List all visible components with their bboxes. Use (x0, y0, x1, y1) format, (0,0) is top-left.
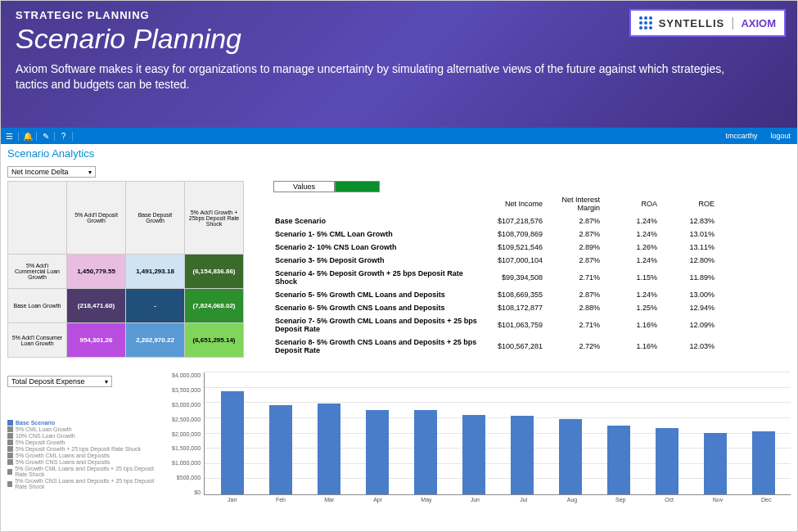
heatmap-grid: 5% Add'l Deposit GrowthBase Deposit Grow… (7, 181, 244, 358)
legend-item[interactable]: 5% Deposit Growth + 25 bps Deposit Rate … (7, 446, 167, 452)
scenario-table: Net IncomeNet Interest MarginROAROEBase … (267, 192, 723, 358)
scenario-col-header: Net Interest Margin (551, 194, 606, 214)
scenario-col-header: Net Income (491, 194, 549, 214)
heatmap-cell[interactable]: (6,154,836.86) (185, 255, 244, 289)
bar[interactable] (546, 419, 594, 494)
menu-icon[interactable]: ☰ (1, 132, 19, 141)
chart-legend: Base Scenario5% CML Loan Growth10% CNS L… (7, 387, 167, 489)
logo-axiom: AXIOM (741, 17, 776, 29)
x-tick: Dec (742, 495, 791, 503)
bar[interactable] (304, 404, 353, 494)
heatmap-cell[interactable]: (6,651,295.14) (185, 323, 244, 358)
bar-chart: $4,000,000$3,500,000$3,000,000$2,500,000… (172, 372, 791, 503)
bar[interactable] (642, 428, 691, 494)
legend-item[interactable]: Base Scenario (7, 420, 167, 426)
syntellis-icon (639, 16, 652, 29)
values-swatch (335, 181, 380, 192)
scenario-col-header: ROE (665, 194, 721, 214)
x-tick: Nov (693, 495, 742, 503)
heatmap-cell[interactable]: 954,301.26 (67, 323, 126, 358)
values-legend: Values (273, 181, 791, 192)
y-axis: $4,000,000$3,500,000$3,000,000$2,500,000… (172, 372, 204, 495)
banner-description: Axiom Software makes it easy for organiz… (16, 61, 728, 92)
x-axis: JanFebMarAprMayJunJulAugSepOctNovDec (208, 495, 791, 503)
chart-plot-area (204, 372, 791, 495)
user-label[interactable]: tmccarthy (719, 132, 764, 140)
legend-item[interactable]: 5% Growth CNS Loans and Deposits + 25 bp… (7, 478, 167, 489)
heatmap-cell[interactable]: 1,450,779.55 (67, 255, 126, 289)
x-tick: Mar (305, 495, 354, 503)
scenario-row[interactable]: Scenario 5- 5% Growth CML Loans and Depo… (268, 289, 721, 300)
scenario-row[interactable]: Scenario 8- 5% Growth CNS Loans and Depo… (268, 336, 721, 356)
bar[interactable] (691, 433, 739, 494)
bar[interactable] (739, 431, 787, 494)
heatmap-col-header: Base Deposit Growth (126, 182, 185, 255)
scenario-row[interactable]: Scenario 7- 5% Growth CML Loans and Depo… (268, 315, 721, 335)
scenario-row[interactable]: Base Scenario$107,218,5762.87%1.24%12.83… (268, 215, 721, 227)
logo-syntellis: SYNTELLIS (659, 17, 725, 29)
legend-item[interactable]: 5% Growth CML Loans and Deposits (7, 453, 167, 458)
bar[interactable] (208, 391, 256, 494)
wand-icon[interactable]: ✎ (37, 132, 55, 141)
legend-item[interactable]: 10% CNS Loan Growth (7, 433, 167, 439)
x-tick: Feb (256, 495, 304, 503)
brand-logo: SYNTELLIS | AXIOM (629, 9, 786, 37)
bell-icon[interactable]: 🔔 (19, 132, 37, 141)
heatmap-cell[interactable]: - (126, 289, 185, 323)
scenario-col-header (268, 194, 489, 214)
scenario-row[interactable]: Scenario 1- 5% CML Loan Growth$108,709,8… (268, 228, 721, 240)
app-toolbar: ☰ 🔔 ✎ ? tmccarthy logout (1, 128, 797, 144)
x-tick: Sep (597, 495, 645, 503)
scenario-col-header: ROA (608, 194, 664, 214)
metric-selector[interactable]: Net Income Delta (7, 166, 96, 178)
scenario-row[interactable]: Scenario 6- 5% Growth CNS Loans and Depo… (268, 302, 721, 313)
chart-metric-selector[interactable]: Total Deposit Expense (7, 376, 112, 387)
legend-item[interactable]: 5% Deposit Growth (7, 440, 167, 445)
heatmap-cell[interactable]: (218,471.60) (67, 289, 126, 323)
help-icon[interactable]: ? (55, 132, 73, 141)
heatmap-row-header: 5% Add'l Commercial Loan Growth (8, 255, 67, 289)
bar[interactable] (594, 426, 642, 494)
x-tick: Aug (548, 495, 596, 503)
heatmap-row-header: Base Loan Growth (8, 289, 67, 323)
x-tick: Oct (645, 495, 693, 503)
heatmap-col-header: 5% Add'l Growth + 25bps Deposit Rate Sho… (185, 182, 244, 255)
hero-banner: STRATEGIC PLANNING Scenario Planning Axi… (1, 1, 797, 128)
logout-link[interactable]: logout (764, 132, 797, 140)
bar[interactable] (449, 415, 498, 495)
legend-item[interactable]: 5% Growth CML Loans and Deposits + 25 bp… (7, 466, 167, 477)
heatmap-cell[interactable]: 1,491,293.18 (126, 255, 185, 289)
heatmap-col-header: 5% Add'l Deposit Growth (67, 182, 126, 255)
bar[interactable] (401, 410, 449, 494)
scenario-row[interactable]: Scenario 3- 5% Deposit Growth$107,000,10… (268, 255, 721, 266)
scenario-row[interactable]: Scenario 2- 10% CNS Loan Growth$109,521,… (268, 241, 721, 253)
heatmap-cell[interactable]: 2,202,970.22 (126, 323, 185, 358)
page-title: Scenario Analytics (7, 147, 791, 160)
x-tick: Apr (354, 495, 402, 503)
x-tick: May (402, 495, 450, 503)
heatmap-cell[interactable]: (7,824,068.02) (185, 289, 244, 323)
scenario-row[interactable]: Scenario 4- 5% Deposit Growth + 25 bps D… (268, 268, 721, 287)
x-tick: Jan (208, 495, 256, 503)
heatmap-row-header: 5% Add'l Consumer Loan Growth (8, 323, 67, 358)
bar[interactable] (498, 416, 546, 494)
bar[interactable] (256, 405, 304, 494)
legend-item[interactable]: 5% Growth CNS Loans and Deposits (7, 459, 167, 465)
x-tick: Jun (451, 495, 499, 503)
legend-item[interactable]: 5% CML Loan Growth (7, 426, 167, 432)
bar[interactable] (353, 410, 401, 494)
x-tick: Jul (499, 495, 548, 503)
